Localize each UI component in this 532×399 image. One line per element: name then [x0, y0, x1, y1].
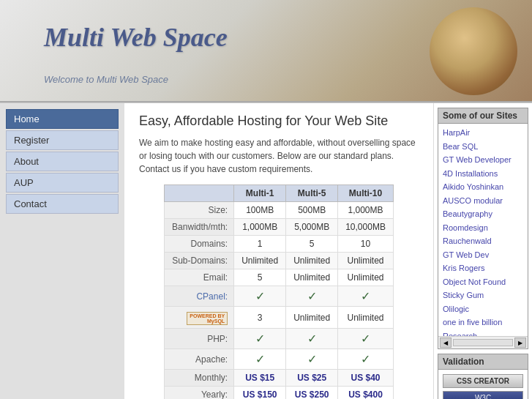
- table-cell: 500MB: [286, 202, 338, 219]
- col-multi10: Multi-10: [338, 185, 394, 202]
- table-cell: 1,000MB: [338, 202, 394, 219]
- site-link[interactable]: AUSCO modular: [441, 194, 525, 208]
- sidebar: Some of our Sites HarpAirBear SQLGT Web …: [433, 103, 532, 399]
- col-multi5: Multi-5: [286, 185, 338, 202]
- col-multi1: Multi-1: [234, 185, 286, 202]
- scrollbar[interactable]: ◀ ▶: [438, 336, 528, 348]
- site-link[interactable]: one in five billion: [441, 316, 525, 329]
- price-value: US $25: [297, 373, 326, 383]
- table-cell: ✓: [234, 329, 286, 349]
- cpanel-link[interactable]: CPanel:: [196, 291, 228, 302]
- price-value: US $400: [348, 389, 383, 399]
- site-link[interactable]: GT Web Dev: [441, 248, 525, 262]
- sites-panel: Some of our Sites HarpAirBear SQLGT Web …: [438, 108, 528, 349]
- table-cell: Unlimited: [286, 253, 338, 269]
- content-area: HomeRegisterAboutAUPContact Easy, Afford…: [0, 102, 532, 399]
- table-row: Monthly:US $15US $25US $40: [165, 370, 394, 387]
- table-row: PHP:✓✓✓: [165, 329, 394, 349]
- check-icon: ✓: [307, 290, 317, 302]
- table-row: Yearly:US $150US $250US $400: [165, 387, 394, 400]
- table-cell: 3: [234, 307, 286, 329]
- nav-item-about[interactable]: About: [6, 152, 119, 171]
- table-cell: US $150: [234, 387, 286, 400]
- site-link[interactable]: Aikido Yoshinkan: [441, 180, 525, 194]
- table-cell: 5: [234, 269, 286, 286]
- site-subtitle: Welcome to Multi Web Space: [44, 74, 168, 85]
- table-cell: Unlimited: [286, 269, 338, 286]
- page-wrapper: Multi Web Space Welcome to Multi Web Spa…: [0, 0, 532, 399]
- table-row: Sub-Domains:UnlimitedUnlimitedUnlimited: [165, 253, 394, 269]
- table-row: Domains:1510: [165, 236, 394, 253]
- site-link[interactable]: Sticky Gum: [441, 288, 525, 302]
- table-row: POWERED BYMySQL3UnlimitedUnlimited: [165, 307, 394, 329]
- table-cell: ✓: [234, 286, 286, 307]
- price-value: US $15: [245, 373, 274, 383]
- check-icon: ✓: [255, 332, 265, 345]
- site-link[interactable]: HarpAir: [441, 126, 525, 140]
- nav-item-home[interactable]: Home: [6, 109, 119, 129]
- site-link[interactable]: 4D Installations: [441, 167, 525, 181]
- scroll-left-btn[interactable]: ◀: [440, 338, 452, 348]
- table-cell: US $250: [286, 387, 338, 400]
- main-content: Easy, Affordable Hosting for Your Web Si…: [124, 103, 433, 399]
- site-link[interactable]: Object Not Found: [441, 275, 525, 289]
- main-heading: Easy, Affordable Hosting for Your Web Si…: [139, 113, 419, 129]
- site-link[interactable]: Rauchenwald: [441, 234, 525, 248]
- globe-decoration: [430, 7, 517, 95]
- table-cell: 100MB: [234, 202, 286, 219]
- sites-header: Some of our Sites: [438, 108, 528, 124]
- table-cell: ✓: [338, 349, 394, 370]
- table-cell: 5: [286, 236, 338, 253]
- check-icon: ✓: [307, 353, 317, 365]
- table-row: Banwidth/mth:1,000MB5,000MB10,000MB: [165, 219, 394, 236]
- check-icon: ✓: [307, 332, 317, 345]
- css-badge[interactable]: CSS CREATOR: [443, 374, 523, 388]
- scroll-right-btn[interactable]: ▶: [514, 338, 526, 348]
- check-icon: ✓: [255, 353, 265, 365]
- check-icon: ✓: [361, 332, 370, 345]
- price-value: US $250: [295, 389, 329, 399]
- validation-panel: Validation CSS CREATOR W3C: [438, 354, 528, 399]
- header: Multi Web Space Welcome to Multi Web Spa…: [0, 0, 532, 102]
- table-cell: 5,000MB: [286, 219, 338, 236]
- site-link[interactable]: Roomdesign: [441, 221, 525, 235]
- col-label: [165, 185, 234, 202]
- site-link[interactable]: Research: [441, 329, 525, 337]
- validation-header: Validation: [438, 354, 528, 370]
- w3c-badge[interactable]: W3C: [443, 391, 523, 399]
- table-cell: ✓: [286, 329, 338, 349]
- site-link[interactable]: Bear SQL: [441, 140, 525, 154]
- check-icon: ✓: [361, 290, 370, 302]
- table-cell: US $40: [338, 370, 394, 387]
- validation-content: CSS CREATOR W3C: [438, 370, 528, 399]
- table-row: Apache:✓✓✓: [165, 349, 394, 370]
- site-link[interactable]: Olilogic: [441, 302, 525, 316]
- nav-item-contact[interactable]: Contact: [6, 194, 119, 214]
- plans-table: Multi-1 Multi-5 Multi-10 Size:100MB500MB…: [164, 184, 394, 399]
- table-cell: US $15: [234, 370, 286, 387]
- table-cell: 1,000MB: [234, 219, 286, 236]
- site-title: Multi Web Space: [44, 22, 228, 53]
- site-link[interactable]: Kris Rogers: [441, 261, 525, 275]
- table-cell: US $25: [286, 370, 338, 387]
- table-row: Size:100MB500MB1,000MB: [165, 202, 394, 219]
- check-icon: ✓: [361, 353, 370, 365]
- table-cell: Unlimited: [338, 307, 394, 329]
- table-cell: ✓: [234, 349, 286, 370]
- site-link[interactable]: Beautygraphy: [441, 207, 525, 221]
- table-cell: US $400: [338, 387, 394, 400]
- site-link[interactable]: GT Web Developer: [441, 153, 525, 167]
- table-row: Email:5UnlimitedUnlimited: [165, 269, 394, 286]
- nav-item-aup[interactable]: AUP: [6, 173, 119, 193]
- table-cell: 10: [338, 236, 394, 253]
- price-value: US $150: [243, 389, 277, 399]
- table-cell: ✓: [286, 286, 338, 307]
- nav-item-register[interactable]: Register: [6, 130, 119, 150]
- check-icon: ✓: [255, 290, 265, 302]
- table-cell: Unlimited: [338, 269, 394, 286]
- scroll-track: [453, 339, 513, 346]
- table-cell: ✓: [338, 286, 394, 307]
- table-cell: Unlimited: [286, 307, 338, 329]
- price-value: US $40: [351, 373, 381, 383]
- intro-text: We aim to make hosting easy and affordab…: [139, 136, 419, 176]
